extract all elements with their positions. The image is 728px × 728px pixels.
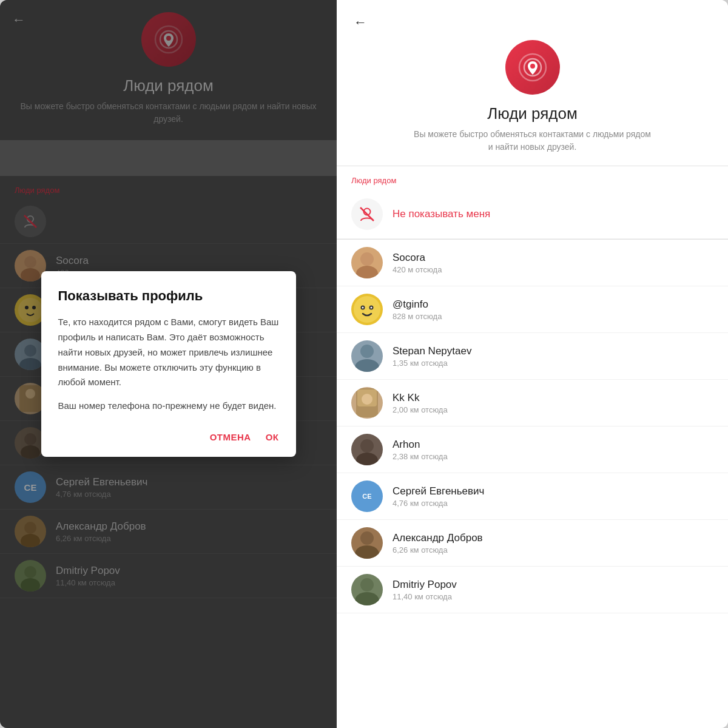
person-info-arhon: Arhon 2,38 км отсюда: [393, 439, 448, 461]
dialog-body-2: Ваш номер телефона по-прежнему не будет …: [58, 399, 279, 414]
svg-point-32: [360, 345, 374, 358]
person-info-alex: Александр Добров 6,26 км отсюда: [393, 532, 483, 554]
person-distance-kk: 2,00 км отсюда: [393, 405, 448, 414]
person-info-dmitriy: Dmitriy Popov 11,40 км отсюда: [393, 579, 457, 601]
person-name-stepan: Stepan Nepytaev: [393, 345, 471, 357]
svg-point-25: [360, 252, 374, 266]
person-distance-arhon: 2,38 км отсюда: [393, 452, 448, 461]
person-item-stepan[interactable]: Stepan Nepytaev 1,35 км отсюда: [337, 333, 728, 380]
person-name-tginfo: @tginfo: [393, 298, 442, 311]
svg-point-42: [355, 592, 379, 605]
person-distance-stepan: 1,35 км отсюда: [393, 359, 471, 368]
avatar-arhon: [351, 434, 383, 465]
hide-me-item[interactable]: Не показывать меня: [337, 190, 728, 239]
dialog-cancel-button[interactable]: ОТМЕНА: [210, 430, 251, 445]
left-panel: ← Люди рядом Вы можете быстро обменяться…: [0, 0, 337, 728]
svg-point-30: [362, 307, 364, 309]
person-name-kk: Kk Kk: [393, 392, 448, 404]
person-info-sergey: Сергей Евгеньевич 4,76 км отсюда: [393, 485, 484, 508]
svg-point-37: [360, 439, 374, 453]
right-header-area: ← Люди рядом Вы можете быстро обменяться…: [337, 0, 728, 166]
svg-point-38: [356, 453, 378, 465]
hide-me-icon: [351, 198, 383, 230]
person-distance-sergey: 4,76 км отсюда: [393, 499, 484, 508]
person-info-tginfo: @tginfo 828 м отсюда: [393, 298, 442, 321]
person-name-dmitriy: Dmitriy Popov: [393, 579, 457, 591]
dialog-body-1: Те, кто находится рядом с Вами, смогут в…: [58, 315, 279, 390]
person-item-arhon[interactable]: Arhon 2,38 км отсюда: [337, 426, 728, 473]
svg-point-27: [354, 296, 380, 323]
right-panel: ← Люди рядом Вы можете быстро обменяться…: [337, 0, 728, 728]
avatar-tginfo: [351, 294, 383, 325]
svg-point-33: [355, 359, 379, 372]
avatar-alex: [351, 527, 383, 559]
person-distance-alex: 6,26 км отсюда: [393, 545, 483, 554]
svg-point-39: [360, 531, 374, 545]
right-location-icon: [505, 40, 560, 95]
person-info-socora: Socora 420 м отсюда: [393, 252, 442, 274]
avatar-stepan: [351, 340, 383, 372]
person-item-dmitriy[interactable]: Dmitriy Popov 11,40 км отсюда: [337, 567, 728, 613]
person-name-alex: Александр Добров: [393, 532, 483, 544]
dialog-ok-button[interactable]: ОК: [266, 430, 279, 445]
person-name-arhon: Arhon: [393, 439, 448, 451]
right-section-label: Люди рядом: [337, 166, 728, 190]
svg-point-22: [530, 64, 535, 69]
svg-point-31: [371, 307, 372, 309]
person-item-socora[interactable]: Socora 420 м отсюда: [337, 240, 728, 286]
dialog-actions: ОТМЕНА ОК: [58, 425, 279, 445]
avatar-kk: [351, 387, 383, 419]
svg-point-36: [362, 394, 372, 405]
svg-point-26: [356, 266, 378, 278]
avatar-sergey: CE: [351, 480, 383, 512]
person-info-stepan: Stepan Nepytaev 1,35 км отсюда: [393, 345, 471, 368]
person-distance-socora: 420 м отсюда: [393, 265, 442, 274]
person-item-tginfo[interactable]: @tginfo 828 м отсюда: [337, 286, 728, 333]
right-back-button[interactable]: ←: [351, 12, 369, 33]
person-name-socora: Socora: [393, 252, 442, 264]
svg-point-41: [360, 578, 374, 592]
avatar-socora: [351, 247, 383, 278]
svg-point-40: [355, 545, 379, 559]
dialog: Показывать профиль Те, кто находится ряд…: [41, 271, 296, 457]
person-item-sergey[interactable]: CE Сергей Евгеньевич 4,76 км отсюда: [337, 473, 728, 520]
person-item-alex[interactable]: Александр Добров 6,26 км отсюда: [337, 520, 728, 567]
dialog-title: Показывать профиль: [58, 288, 279, 304]
person-distance-tginfo: 828 м отсюда: [393, 312, 442, 321]
person-item-kk[interactable]: Kk Kk 2,00 км отсюда: [337, 380, 728, 426]
dialog-overlay: Показывать профиль Те, кто находится ряд…: [0, 0, 337, 728]
hide-me-text: Не показывать меня: [393, 208, 490, 220]
right-nearby-section: Люди рядом Не показывать меня Socora 420…: [337, 166, 728, 728]
person-distance-dmitriy: 11,40 км отсюда: [393, 592, 457, 601]
right-header-title: Люди рядом: [487, 104, 578, 123]
person-info-kk: Kk Kk 2,00 км отсюда: [393, 392, 448, 414]
dialog-body: Те, кто находится рядом с Вами, смогут в…: [58, 315, 279, 414]
avatar-dmitriy: [351, 574, 383, 605]
person-name-sergey: Сергей Евгеньевич: [393, 485, 484, 497]
right-header-subtitle: Вы можете быстро обменяться контактами с…: [411, 128, 654, 153]
